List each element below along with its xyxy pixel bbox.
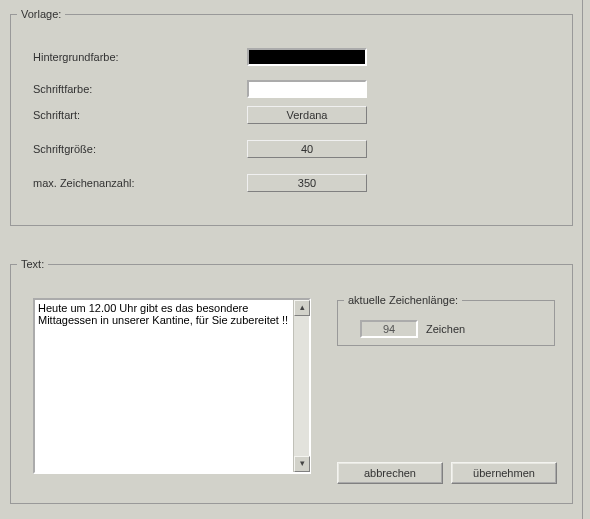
charcount-value: 94 [360, 320, 418, 338]
row-font: Schriftart: Verdana [33, 106, 553, 128]
template-legend: Vorlage: [17, 8, 65, 20]
font-button[interactable]: Verdana [247, 106, 367, 124]
max-button[interactable]: 350 [247, 174, 367, 192]
fgcolor-swatch[interactable] [247, 80, 367, 98]
charcount-legend: aktuelle Zeichenlänge: [344, 294, 462, 306]
fgcolor-label: Schriftfarbe: [33, 83, 92, 95]
cancel-button[interactable]: abbrechen [337, 462, 443, 484]
size-button[interactable]: 40 [247, 140, 367, 158]
row-size: Schriftgröße: 40 [33, 140, 553, 162]
text-legend: Text: [17, 258, 48, 270]
template-group: Vorlage: Hintergrundfarbe: Schriftfarbe:… [10, 8, 573, 226]
size-label: Schriftgröße: [33, 143, 96, 155]
bgcolor-label: Hintergrundfarbe: [33, 51, 119, 63]
scroll-down-icon[interactable]: ▾ [294, 456, 310, 472]
max-label: max. Zeichenanzahl: [33, 177, 135, 189]
bgcolor-swatch[interactable] [247, 48, 367, 66]
row-fgcolor: Schriftfarbe: [33, 80, 553, 102]
font-label: Schriftart: [33, 109, 80, 121]
apply-button[interactable]: übernehmen [451, 462, 557, 484]
scrollbar[interactable]: ▴ ▾ [293, 300, 309, 472]
row-max: max. Zeichenanzahl: 350 [33, 174, 553, 196]
window-edge [582, 0, 590, 519]
charcount-group: aktuelle Zeichenlänge: 94 Zeichen [337, 294, 555, 346]
text-group: Text: ▴ ▾ aktuelle Zeichenlänge: 94 Zeic… [10, 258, 573, 504]
scroll-up-icon[interactable]: ▴ [294, 300, 310, 316]
charcount-unit: Zeichen [426, 323, 465, 335]
text-area-wrap: ▴ ▾ [33, 298, 311, 474]
text-input[interactable] [35, 300, 295, 472]
row-bgcolor: Hintergrundfarbe: [33, 48, 553, 70]
